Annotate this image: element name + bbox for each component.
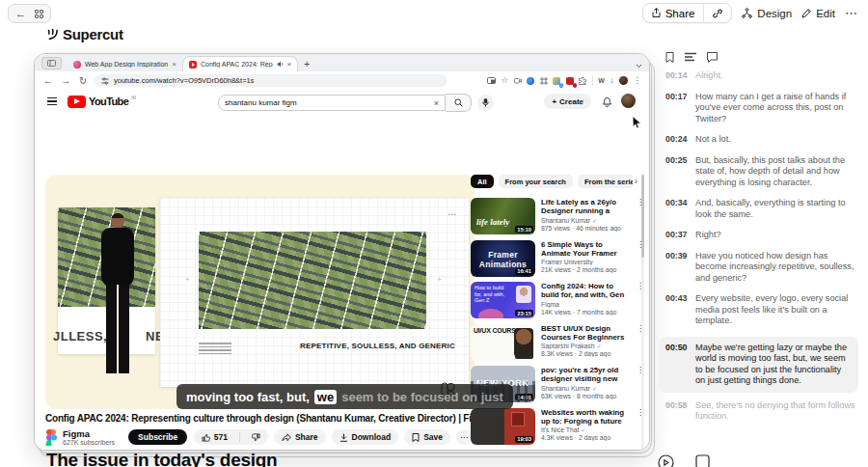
video-title[interactable]: Websites worth waking up to: Forging a f… [541, 408, 631, 426]
channel-info[interactable]: Figma 627K subscribers [63, 429, 115, 446]
video-channel[interactable]: Framer University [541, 259, 631, 265]
video-title[interactable]: pov: you're a 25yr old designer visiting… [541, 366, 631, 383]
new-tab-button[interactable]: + [304, 59, 310, 69]
related-video-2[interactable]: Framer Animations 16:41 6 Simple Ways to… [471, 240, 644, 280]
page-scrollbar-thumb[interactable] [641, 175, 644, 258]
address-bar[interactable]: youtube.com/watch?v=O95VDrD60h8&t=1s [95, 74, 448, 87]
play-circle-icon[interactable] [658, 454, 674, 467]
search-input[interactable]: shantanu kumar figm × [218, 95, 446, 111]
related-video-3[interactable]: How to build for, and with, Gen Z 23:15 … [471, 282, 644, 321]
share-button[interactable]: Share [643, 4, 704, 22]
chip-from-the-series[interactable]: From the series [578, 175, 633, 188]
extensions-puzzle-icon[interactable] [579, 77, 586, 85]
grid-icon[interactable] [35, 10, 43, 18]
globe-extension-icon[interactable] [527, 77, 534, 85]
browser-menu-icon[interactable]: ⋮ [634, 76, 642, 85]
chip-all[interactable]: All [471, 175, 494, 188]
notifications-bell-icon[interactable] [602, 96, 612, 107]
close-tab-icon[interactable]: × [287, 60, 292, 69]
video-title[interactable]: 6 Simple Ways to Animate Your Framer Sit… [541, 240, 631, 258]
video-channel[interactable]: Saptarshi Prakash✓ [541, 343, 631, 349]
video-channel[interactable]: Shantanu Kumar✓ [541, 217, 631, 224]
workspace-extension-icon[interactable]: W [598, 77, 605, 84]
browser-profile-avatar[interactable] [619, 76, 628, 85]
video-title[interactable]: Life Lately as a 26y/o Designer running … [541, 198, 631, 215]
search-button[interactable] [446, 94, 472, 112]
close-tab-icon[interactable]: × [172, 60, 176, 69]
video-player[interactable]: JLLESS, NE ⋯ + + REPETITIVE, SOULLESS, A… [45, 175, 475, 409]
plus-mark: + [437, 275, 442, 284]
video-thumbnail[interactable]: UI/UX COURSES 10:28 [471, 324, 535, 361]
chip-from-your-search[interactable]: From your search [499, 175, 573, 188]
copy-link-button[interactable] [704, 4, 731, 22]
transcript-entry[interactable]: 00:34 And, basically, everything is star… [665, 198, 858, 220]
dribbble-favicon [73, 61, 81, 69]
transcript-entry[interactable]: 00:14 Alright. [665, 70, 858, 82]
browser-reload-icon[interactable]: ↻ [79, 75, 87, 86]
pinned-extension-icon[interactable]: 0 [553, 77, 560, 85]
video-title[interactable]: BEST UI/UX Design Courses For Beginners … [541, 324, 631, 342]
like-button[interactable]: 571 [194, 429, 235, 445]
tab-list-chevron[interactable] [636, 64, 642, 69]
video-actions: 571 Share Download [194, 429, 472, 445]
transcript-entry[interactable]: 00:25 But, basically, this post talks ab… [665, 155, 858, 189]
edit-button[interactable]: Edit [801, 8, 835, 19]
transcript-entry[interactable]: 00:58 See, there's no denying that form … [665, 400, 858, 423]
video-thumbnail[interactable]: UX/UI 8:50 [471, 450, 535, 451]
transcript-entry[interactable]: 00:43 Every website, every logo, every s… [665, 293, 858, 327]
camera-extension-icon[interactable] [514, 77, 522, 84]
video-more-button[interactable]: ⋯ [456, 429, 472, 445]
hamburger-menu-icon[interactable] [47, 97, 57, 105]
video-channel[interactable]: It's Nice That✓ [541, 426, 631, 433]
create-button[interactable]: + Create [544, 94, 591, 109]
video-channel[interactable]: Figma [541, 301, 631, 308]
chips-scroll-chevron[interactable]: › [635, 177, 637, 186]
more-menu-icon[interactable]: ⋯ [845, 6, 858, 20]
comments-icon[interactable] [707, 52, 718, 63]
figma-channel-avatar[interactable] [45, 429, 57, 446]
video-title[interactable]: If I Started UX/UI Design in 2025, I'd D… [541, 450, 631, 451]
design-button[interactable]: Design [742, 8, 792, 19]
transcript-entry[interactable]: 00:39 Have you noticed how design has be… [665, 251, 858, 285]
back-icon[interactable]: ← [15, 9, 26, 19]
browser-tab-youtube[interactable]: Config APAC 2024: Rep × [182, 56, 298, 71]
browser-tab-inspiration[interactable]: Web App Design Inspiration × [68, 57, 182, 71]
pip-icon[interactable] [487, 77, 496, 84]
tab-overview-button[interactable] [41, 57, 62, 69]
video-thumbnail[interactable]: life lately 15:10 [471, 198, 535, 234]
related-video-7[interactable]: UX/UI 8:50 If I Started UX/UI Design in … [471, 450, 644, 451]
browser-forward-icon[interactable]: → [62, 75, 71, 86]
video-thumbnail[interactable]: 19:03 [471, 408, 535, 445]
related-video-4[interactable]: UI/UX COURSES 10:28 BEST UI/UX Design Co… [471, 324, 644, 364]
clear-search-icon[interactable]: × [434, 98, 439, 108]
share-video-button[interactable]: Share [274, 429, 326, 445]
video-meta: 875 views · 46 minutes ago [541, 225, 631, 232]
transcript-lines-icon[interactable] [685, 52, 696, 63]
video-title[interactable]: Config 2024: How to build for, and with,… [541, 282, 631, 299]
video-thumbnail[interactable]: How to build for, and with, Gen Z 23:15 [471, 282, 535, 318]
subscribe-button[interactable]: Subscribe [128, 429, 187, 445]
browser-back-icon[interactable]: ← [43, 75, 53, 86]
channel-row: Figma 627K subscribers Subscribe 571 [45, 428, 472, 446]
youtube-logo[interactable]: YouTube IN [68, 96, 136, 108]
frame-extension-icon[interactable] [540, 77, 548, 85]
adblock-extension-icon[interactable] [566, 77, 574, 85]
dislike-button[interactable] [244, 429, 268, 445]
youtube-account-avatar[interactable] [621, 94, 636, 108]
transcript-entry[interactable]: 00:37 Right? [665, 230, 858, 241]
transcript-entry[interactable]: 00:17 How many can I get a raise of hand… [665, 92, 858, 125]
download-button[interactable]: Download [332, 429, 399, 445]
downloads-icon[interactable]: ↓ [610, 76, 613, 85]
save-button[interactable]: Save [404, 429, 450, 445]
related-video-6[interactable]: 19:03 Websites worth waking up to: Forgi… [471, 408, 644, 448]
voice-search-button[interactable] [477, 95, 494, 111]
video-thumbnail[interactable]: Framer Animations 16:41 [471, 240, 535, 277]
tab-audio-icon[interactable] [277, 61, 284, 68]
transcript-entry[interactable]: 00:24 Not a lot. [665, 134, 858, 146]
video-channel[interactable]: Shantanu Kumar✓ [541, 385, 631, 392]
bookmark-icon[interactable] [665, 52, 674, 63]
bookmark-star-icon[interactable]: ☆ [502, 76, 509, 85]
transcript-entry-active[interactable]: 00:50 Maybe we're getting lazy or maybe … [659, 337, 858, 393]
frame-square-icon[interactable] [695, 454, 710, 467]
related-video-1[interactable]: life lately 15:10 Life Lately as a 26y/o… [471, 198, 644, 237]
